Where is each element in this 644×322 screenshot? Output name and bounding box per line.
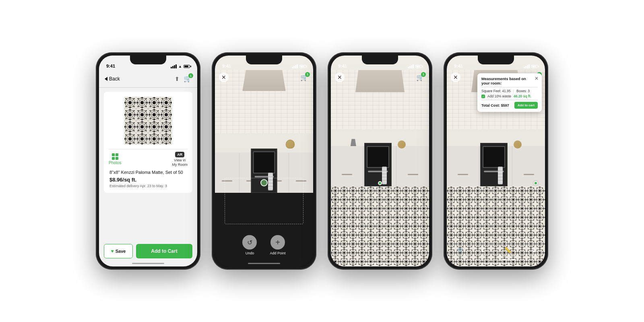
toolbar-info[interactable]: ℹ Info [480,247,485,258]
toolbar-cart-icon: 🛒 [457,247,464,253]
signal-bar-3 [174,65,175,68]
footer-actions: ♥ Save Add to Cart [104,244,192,258]
kitchen-bg-3 [331,56,429,266]
battery-icon [184,65,190,68]
cart-badge: 1 [188,73,193,78]
toolbar-delete[interactable]: 🗑 Delete [530,247,539,258]
towel-3 [382,167,387,184]
ar-controls: ↺ Undo + Add Point [215,235,313,255]
wifi-icon: ▲ [178,64,182,68]
undo-label: Undo [246,251,254,255]
ar-cart-button-3[interactable]: 🛒 1 [415,72,425,82]
save-label: Save [116,249,126,254]
chevron-left-icon [105,77,107,81]
status-icons-1: ▲ [171,64,190,68]
status-icons-2 [292,64,306,68]
toolbar-delete-icon: 🗑 [532,247,537,253]
status-icons-4 [524,64,538,68]
grid-icon [112,153,118,160]
waste-row: Add 10% waste 46.20 sq ft. [481,94,538,98]
undo-button[interactable]: ↺ [242,235,257,250]
row-divider: | [513,89,514,93]
range-hood [242,70,285,91]
popup-close-button[interactable]: ✕ [535,76,539,81]
phone-3-screen: 9:41 ✕ [331,56,429,266]
toolbar-measure-icon: 📏 [504,247,511,253]
home-indicator-3 [364,263,396,264]
signal-bar-4 [175,64,177,68]
time-2: 9:41 [222,64,231,68]
notch-1 [130,56,166,64]
signal-3 [408,64,414,68]
product-info: 8"x8" Kenzzi Paloma Matte, Set of 50 $8.… [109,169,188,188]
toolbar-measurements[interactable]: 📏 Measurements [497,247,518,260]
undo-control[interactable]: ↺ Undo [242,235,257,255]
grid-cell-1 [112,153,115,156]
notch-2 [246,56,282,64]
signal-bar-2 [172,66,173,68]
boxes-label: Boxes: 3 [516,89,530,93]
ar-close-button-4[interactable]: ✕ [451,72,460,82]
cart-wrapper[interactable]: 🛒 1 [184,75,192,83]
phone-3: 9:41 ✕ [328,52,432,270]
nav-bar-1: Back ⬆ 🛒 1 [99,70,197,88]
tile-floor-3 [331,186,429,266]
ar-close-button[interactable]: ✕ [219,72,229,82]
popup-divider [481,87,538,87]
notch-3 [362,56,398,64]
oven-4 [480,143,508,186]
product-price: $8.96/sq ft. [109,177,187,183]
battery-fill [184,66,188,67]
popup-add-cart-button[interactable]: Add to cart [514,102,538,109]
photos-button[interactable]: Photos [109,153,121,165]
oven-window-3 [367,146,389,168]
product-name: 8"x8" Kenzzi Paloma Matte, Set of 50 [109,169,187,175]
time-3: 9:41 [338,64,347,68]
phone-1-screen: 9:41 ▲ [99,56,197,266]
toolbar-add-to-cart[interactable]: 🛒 Add to Cart [452,247,469,258]
save-button[interactable]: ♥ Save [104,244,133,258]
share-icon[interactable]: ⬆ [175,76,180,82]
toolbar-delete-label: Delete [530,254,539,258]
add-to-cart-button[interactable]: Add to Cart [136,244,192,258]
oven-window-4 [483,146,505,168]
status-icons-3 [408,64,422,68]
ar-cart-button[interactable]: 🛒 1 [299,72,309,82]
product-content: Photos AR View in My Room 8"x8" Kenzzi P… [104,92,192,193]
battery-4 [531,65,538,68]
cart-badge-3: 1 [421,72,426,77]
add-point-label: Add Point [270,251,285,255]
towel-4 [498,167,503,184]
phone-2: 9:41 ✕ [212,52,316,270]
toolbar-info-label: Info [480,254,485,258]
delivery-text: Estimated delivery Apr. 23 to May. 3 [109,184,187,188]
ar-bottom-toolbar: 🛒 Add to Cart ℹ Info 📏 Measurements 🗑 [447,244,545,260]
svg-rect-38 [331,186,429,266]
signal-2 [292,64,298,68]
notch-4 [478,56,514,64]
square-feet-label: Square Feet: 41.95 [481,89,511,93]
nav-icons: ⬆ 🛒 1 [175,75,192,83]
back-button[interactable]: Back [105,76,120,82]
ar-view-button[interactable]: AR View in My Room [172,152,188,167]
phone-1: 9:41 ▲ [96,52,200,270]
add-point-control[interactable]: + Add Point [270,235,285,255]
phone-4-inner: 9:41 ✕ [447,56,545,266]
kettle-3 [398,140,406,149]
photos-label: Photos [109,161,121,165]
view-options: Photos AR View in My Room [109,149,188,169]
toolbar-add-to-cart-label: Add to Cart [452,254,469,258]
waste-checkbox[interactable] [481,95,485,98]
product-image [124,97,172,145]
total-row: Total Cost: $597 Add to cart [481,102,538,109]
battery-3 [415,65,422,68]
ar-label: View in My Room [172,158,188,167]
grid-cell-2 [116,153,118,156]
back-label: Back [109,76,120,82]
home-indicator-1 [132,263,164,264]
ar-close-button-3[interactable]: ✕ [335,72,345,82]
total-cost: Total Cost: $597 [481,103,509,107]
toolbar-measurements-label: Measurements [497,254,518,258]
waste-label: Add 10% waste [487,94,511,98]
add-point-button[interactable]: + [270,235,285,250]
